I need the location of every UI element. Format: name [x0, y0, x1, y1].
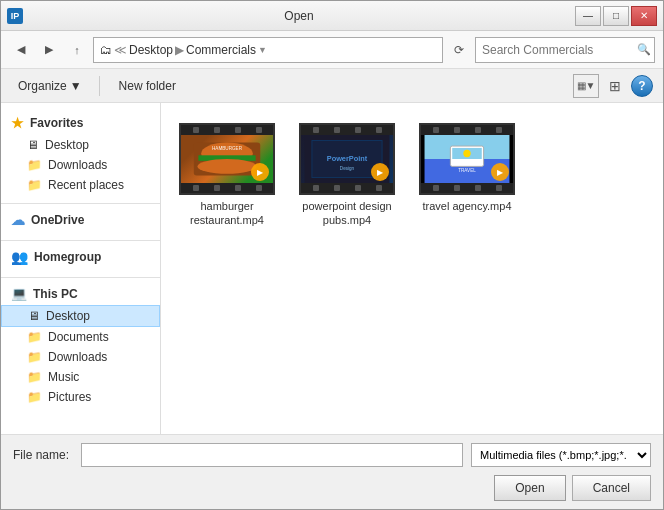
- sidebar-item-downloads[interactable]: 📁 Downloads: [1, 155, 160, 175]
- view-button[interactable]: ▦ ▼: [573, 74, 599, 98]
- title-bar: IP Open — □ ✕: [1, 1, 663, 31]
- close-button[interactable]: ✕: [631, 6, 657, 26]
- film-hole: [475, 185, 481, 191]
- film-hole: [313, 127, 319, 133]
- breadcrumb-desktop[interactable]: Desktop: [129, 43, 173, 57]
- film-hole: [496, 185, 502, 191]
- title-bar-controls: — □ ✕: [575, 6, 657, 26]
- film-strip-top-2: [301, 125, 393, 135]
- file-item-hamburger[interactable]: HAMBURGER ▶ hamburger restaurant.mp4: [177, 119, 277, 232]
- svg-text:HAMBURGER: HAMBURGER: [212, 146, 243, 151]
- file-item-powerpoint[interactable]: PowerPoint Design ▶ powerpoint design pu…: [297, 119, 397, 232]
- play-button-2[interactable]: ▶: [371, 163, 389, 181]
- film-strip-top-1: [181, 125, 273, 135]
- organize-button[interactable]: Organize ▼: [11, 75, 89, 97]
- desktop-label: Desktop: [45, 138, 89, 152]
- sidebar-group-favorites[interactable]: ★ Favorites: [1, 111, 160, 135]
- search-input[interactable]: [475, 37, 655, 63]
- view-arrow-icon: ▼: [586, 80, 596, 91]
- dialog-window: IP Open — □ ✕ ◀ ▶ ↑ 🗂 ≪ Desktop ▶ Commer…: [0, 0, 664, 510]
- film-hole: [433, 127, 439, 133]
- sidebar-item-pc-downloads[interactable]: 📁 Downloads: [1, 347, 160, 367]
- film-hole: [214, 185, 220, 191]
- film-hole: [454, 127, 460, 133]
- documents-icon: 📁: [27, 330, 42, 344]
- pc-desktop-label: Desktop: [46, 309, 90, 323]
- organize-label: Organize: [18, 79, 67, 93]
- film-hole: [433, 185, 439, 191]
- sidebar-group-homegroup[interactable]: 👥 Homegroup: [1, 245, 160, 269]
- pc-desktop-icon: 🖥: [28, 309, 40, 323]
- preview-pane-button[interactable]: ⊞: [603, 74, 627, 98]
- svg-point-4: [197, 159, 256, 174]
- film-hole: [235, 185, 241, 191]
- toolbar-right: ▦ ▼ ⊞ ?: [573, 74, 653, 98]
- svg-text:PowerPoint: PowerPoint: [327, 154, 368, 163]
- back-button[interactable]: ◀: [9, 38, 33, 62]
- film-strip-bottom-3: [421, 183, 513, 193]
- film-strip-bottom-2: [301, 183, 393, 193]
- sidebar-section-thispc: 💻 This PC 🖥 Desktop 📁 Documents 📁 Downlo…: [1, 282, 160, 407]
- forward-button[interactable]: ▶: [37, 38, 61, 62]
- svg-text:TRAVEL: TRAVEL: [458, 168, 476, 173]
- path-arrow1: ▶: [175, 43, 184, 57]
- refresh-button[interactable]: ⟳: [447, 38, 471, 62]
- film-hole: [214, 127, 220, 133]
- play-button-1[interactable]: ▶: [251, 163, 269, 181]
- up-button[interactable]: ↑: [65, 38, 89, 62]
- minimize-button[interactable]: —: [575, 6, 601, 26]
- film-hole: [193, 127, 199, 133]
- content-area: HAMBURGER ▶ hamburger restaurant.mp4: [161, 103, 663, 434]
- pictures-icon: 📁: [27, 390, 42, 404]
- film-hole: [376, 127, 382, 133]
- music-label: Music: [48, 370, 79, 384]
- downloads-label: Downloads: [48, 158, 107, 172]
- cancel-button[interactable]: Cancel: [572, 475, 651, 501]
- maximize-button[interactable]: □: [603, 6, 629, 26]
- sidebar-item-music[interactable]: 📁 Music: [1, 367, 160, 387]
- recent-places-label: Recent places: [48, 178, 124, 192]
- sidebar-section-homegroup: 👥 Homegroup: [1, 245, 160, 269]
- open-button[interactable]: Open: [494, 475, 565, 501]
- toolbar: Organize ▼ New folder ▦ ▼ ⊞ ?: [1, 69, 663, 103]
- bottom-buttons: Open Cancel: [13, 475, 651, 501]
- sidebar-item-documents[interactable]: 📁 Documents: [1, 327, 160, 347]
- sidebar-item-recent[interactable]: 📁 Recent places: [1, 175, 160, 195]
- filename-input[interactable]: [81, 443, 463, 467]
- help-button[interactable]: ?: [631, 75, 653, 97]
- address-path[interactable]: 🗂 ≪ Desktop ▶ Commercials ▼: [93, 37, 443, 63]
- sidebar-item-desktop[interactable]: 🖥 Desktop: [1, 135, 160, 155]
- film-hole: [454, 185, 460, 191]
- sidebar-divider-2: [1, 240, 160, 241]
- sidebar-item-pictures[interactable]: 📁 Pictures: [1, 387, 160, 407]
- favorites-label: Favorites: [30, 116, 83, 130]
- file-thumbnail-travel: TRAVEL ▶: [419, 123, 515, 195]
- film-hole: [355, 127, 361, 133]
- file-name-row: File name: Multimedia files (*.bmp;*.jpg…: [13, 443, 651, 467]
- favorites-icon: ★: [11, 115, 24, 131]
- search-icon[interactable]: 🔍: [637, 43, 651, 56]
- film-hole: [334, 127, 340, 133]
- sidebar-group-onedrive[interactable]: ☁ OneDrive: [1, 208, 160, 232]
- path-dropdown-icon[interactable]: ▼: [258, 45, 267, 55]
- file-type-select[interactable]: Multimedia files (*.bmp;*.jpg;*.: [471, 443, 651, 467]
- sidebar-section-favorites: ★ Favorites 🖥 Desktop 📁 Downloads 📁 Rece…: [1, 111, 160, 195]
- new-folder-button[interactable]: New folder: [110, 75, 185, 97]
- breadcrumb-commercials[interactable]: Commercials: [186, 43, 256, 57]
- film-hole: [193, 185, 199, 191]
- sidebar-group-thispc[interactable]: 💻 This PC: [1, 282, 160, 305]
- onedrive-label: OneDrive: [31, 213, 84, 227]
- file-label-hamburger: hamburger restaurant.mp4: [181, 199, 273, 228]
- breadcrumb-folder-icon: 🗂: [100, 43, 112, 57]
- onedrive-icon: ☁: [11, 212, 25, 228]
- filename-label: File name:: [13, 448, 73, 462]
- app-icon: IP: [7, 8, 23, 24]
- sidebar-item-pc-desktop[interactable]: 🖥 Desktop: [1, 305, 160, 327]
- film-hole: [376, 185, 382, 191]
- svg-point-15: [463, 150, 470, 157]
- file-thumbnail-hamburger: HAMBURGER ▶: [179, 123, 275, 195]
- play-button-3[interactable]: ▶: [491, 163, 509, 181]
- file-item-travel[interactable]: TRAVEL ▶ travel agency.mp4: [417, 119, 517, 217]
- homegroup-icon: 👥: [11, 249, 28, 265]
- pc-downloads-icon: 📁: [27, 350, 42, 364]
